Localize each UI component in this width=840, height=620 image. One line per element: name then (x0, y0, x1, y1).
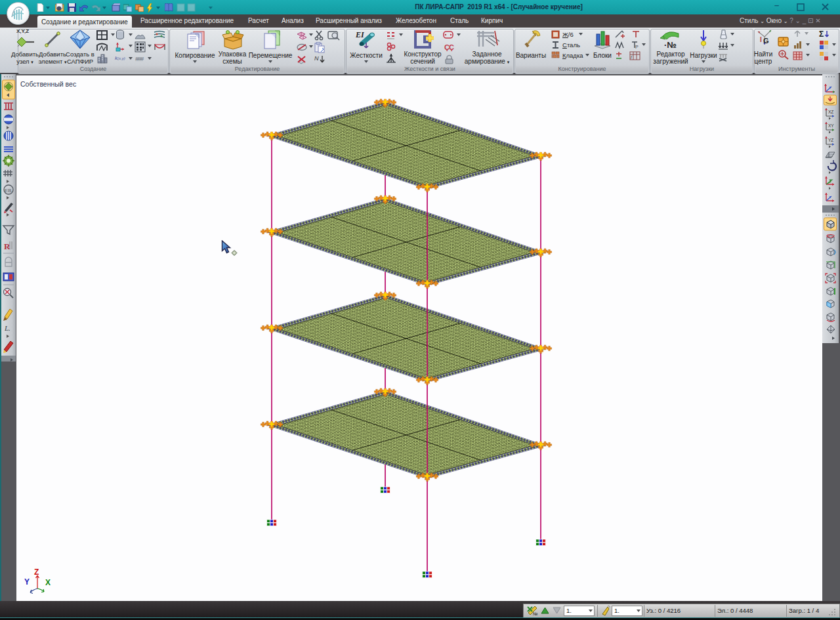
svg-text:Z: Z (34, 568, 39, 577)
svg-text:Y: Y (24, 577, 30, 587)
svg-text:EB: EB (5, 188, 12, 194)
svg-text:G: G (763, 37, 769, 45)
svg-text:·№: ·№ (664, 40, 677, 49)
svg-text:YZ: YZ (828, 138, 833, 142)
svg-text:I: I (760, 36, 762, 43)
svg-text:f: f (631, 54, 633, 60)
svg-text:XZ: XZ (828, 110, 833, 114)
svg-text:Σ: Σ (819, 30, 824, 39)
svg-text:L.: L. (4, 324, 10, 332)
svg-text:XY: XY (828, 123, 834, 128)
svg-text:P: P (635, 45, 639, 49)
svg-text:№: № (533, 611, 538, 616)
svg-text:X: X (45, 578, 51, 587)
svg-text:EI: EI (355, 30, 365, 39)
